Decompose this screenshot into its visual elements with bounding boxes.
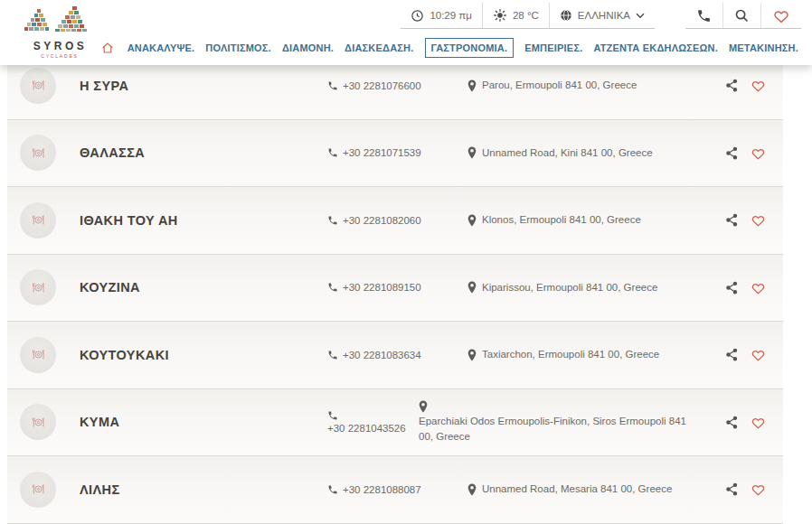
search-button[interactable] bbox=[722, 3, 760, 28]
restaurant-address[interactable]: Klonos, Ermoupoli 841 00, Greece bbox=[467, 212, 725, 228]
weather: 28 °C bbox=[482, 3, 549, 28]
share-button[interactable] bbox=[725, 482, 739, 496]
restaurant-cutlery-icon bbox=[32, 283, 45, 293]
nav-item-experiences[interactable]: ΕΜΠΕΙΡΙΕΣ. bbox=[524, 42, 582, 53]
row-actions bbox=[725, 79, 783, 92]
favorites-button[interactable] bbox=[760, 3, 801, 28]
share-icon bbox=[725, 213, 739, 227]
restaurant-avatar bbox=[20, 202, 56, 239]
restaurant-phone[interactable]: +30 2281083634 bbox=[327, 350, 467, 360]
nav-item-accommodation[interactable]: ΔΙΑΜΟΝΗ. bbox=[282, 42, 334, 53]
restaurant-row[interactable]: ΛΙΛΗΣ +30 2281088087 Unnamed Road, Mesar… bbox=[7, 456, 783, 524]
info-group: 10:29 πμ 28 °C ΕΛΛΗΝΙΚΑ bbox=[401, 3, 655, 29]
action-group bbox=[685, 3, 801, 29]
restaurant-name[interactable]: Η ΣΥΡΑ bbox=[56, 79, 327, 93]
location-pin-icon bbox=[467, 214, 477, 227]
restaurant-name[interactable]: ΛΙΛΗΣ bbox=[56, 482, 327, 497]
phone-number: +30 2281089150 bbox=[343, 282, 421, 293]
address-text: Parou, Ermoupoli 841 00, Greece bbox=[482, 78, 637, 93]
site-logo[interactable]: SYROS CYCLADES bbox=[16, 5, 101, 59]
share-button[interactable] bbox=[725, 79, 739, 92]
favorite-button[interactable] bbox=[751, 146, 766, 160]
restaurant-name[interactable]: ΙΘΑΚΗ ΤΟΥ ΑΗ bbox=[56, 213, 327, 228]
nav-item-culture[interactable]: ΠΟΛΙΤΙΣΜΟΣ. bbox=[205, 42, 271, 53]
nav-home[interactable] bbox=[101, 42, 114, 54]
restaurant-row[interactable]: ΚΥΜΑ +30 2281043526 Eparchiaki Odos Ermo… bbox=[7, 389, 783, 457]
restaurant-phone[interactable]: +30 2281082060 bbox=[327, 215, 467, 226]
main-nav: ΑΝΑΚΑΛΥΨΕ. ΠΟΛΙΤΙΣΜΟΣ. ΔΙΑΜΟΝΗ. ΔΙΑΣΚΕΔΑ… bbox=[101, 38, 798, 58]
restaurant-name[interactable]: ΚΟΥΖΙΝΑ bbox=[56, 280, 327, 295]
phone-icon bbox=[696, 8, 712, 23]
phone-contact-button[interactable] bbox=[685, 3, 722, 28]
clock-icon bbox=[411, 9, 424, 23]
heart-icon bbox=[751, 281, 766, 295]
restaurant-row[interactable]: ΙΘΑΚΗ ΤΟΥ ΑΗ +30 2281082060 Klonos, Ermo… bbox=[7, 187, 783, 255]
restaurant-cutlery-icon bbox=[32, 148, 45, 158]
phone-icon bbox=[327, 410, 338, 421]
restaurant-avatar bbox=[20, 269, 56, 305]
nav-item-entertainment[interactable]: ΔΙΑΣΚΕΔΑΣΗ. bbox=[345, 42, 413, 53]
share-button[interactable] bbox=[725, 146, 739, 160]
address-text: Eparchiaki Odos Ermoupolis-Finikon, Siro… bbox=[419, 414, 701, 444]
restaurant-address[interactable]: Unnamed Road, Kini 841 00, Greece bbox=[467, 145, 725, 161]
share-button[interactable] bbox=[725, 281, 739, 295]
phone-number: +30 2281076600 bbox=[343, 80, 421, 91]
logo-subtitle: CYCLADES bbox=[16, 53, 101, 59]
restaurant-phone[interactable]: +30 2281071539 bbox=[327, 147, 467, 158]
restaurant-cutlery-icon bbox=[32, 484, 45, 494]
favorite-button[interactable] bbox=[751, 348, 766, 361]
row-actions bbox=[725, 281, 783, 295]
phone-icon bbox=[327, 80, 338, 91]
heart-icon bbox=[772, 8, 790, 23]
heart-icon bbox=[751, 146, 766, 160]
share-icon bbox=[725, 281, 739, 295]
restaurant-row[interactable]: ΘΑΛΑΣΣΑ +30 2281071539 Unnamed Road, Kin… bbox=[7, 120, 783, 188]
restaurant-phone[interactable]: +30 2281043526 bbox=[327, 410, 419, 434]
address-text: Unnamed Road, Kini 841 00, Greece bbox=[482, 145, 653, 161]
restaurant-avatar bbox=[20, 472, 56, 508]
share-icon bbox=[725, 146, 739, 160]
favorite-button[interactable] bbox=[751, 79, 766, 92]
favorite-button[interactable] bbox=[751, 213, 766, 227]
nav-item-events-agenda[interactable]: ΑΤΖΕΝΤΑ ΕΚΔΗΛΩΣΕΩΝ. bbox=[593, 42, 718, 53]
favorite-button[interactable] bbox=[751, 281, 766, 295]
restaurant-phone[interactable]: +30 2281089150 bbox=[327, 282, 467, 293]
restaurant-row[interactable]: ΚΟΥΖΙΝΑ +30 2281089150 Kiparissou, Ermou… bbox=[7, 255, 783, 323]
address-text: Klonos, Ermoupoli 841 00, Greece bbox=[482, 212, 641, 228]
home-icon bbox=[101, 42, 114, 54]
restaurant-address[interactable]: Parou, Ermoupoli 841 00, Greece bbox=[467, 78, 725, 93]
share-button[interactable] bbox=[725, 213, 739, 227]
favorite-button[interactable] bbox=[751, 482, 766, 496]
restaurant-address[interactable]: Taxiarchon, Ermoupoli 841 00, Greece bbox=[467, 347, 725, 362]
restaurant-phone[interactable]: +30 2281088087 bbox=[327, 484, 467, 495]
restaurant-name[interactable]: ΚΟΥΤΟΥΚΑΚΙ bbox=[56, 348, 327, 362]
share-icon bbox=[725, 482, 739, 496]
phone-icon bbox=[327, 484, 338, 495]
restaurant-address[interactable]: Unnamed Road, Mesaria 841 00, Greece bbox=[467, 482, 725, 497]
globe-icon bbox=[560, 9, 572, 22]
language-selector[interactable]: ΕΛΛΗΝΙΚΑ bbox=[549, 3, 655, 28]
restaurant-address[interactable]: Kiparissou, Ermoupoli 841 00, Greece bbox=[467, 280, 725, 295]
address-text: Kiparissou, Ermoupoli 841 00, Greece bbox=[482, 280, 657, 295]
nav-item-gastronomy[interactable]: ΓΑΣΤΡΟΝΟΜΙΑ. bbox=[425, 38, 515, 58]
row-actions bbox=[725, 146, 783, 160]
phone-number: +30 2281082060 bbox=[343, 215, 421, 226]
restaurant-list: Η ΣΥΡΑ +30 2281076600 Parou, Ermoupoli 8… bbox=[7, 52, 783, 524]
location-pin-icon bbox=[467, 483, 477, 496]
phone-icon bbox=[327, 282, 338, 293]
favorite-button[interactable] bbox=[751, 416, 766, 429]
address-text: Unnamed Road, Mesaria 841 00, Greece bbox=[482, 482, 672, 497]
restaurant-avatar bbox=[20, 337, 56, 373]
restaurant-name[interactable]: ΘΑΛΑΣΣΑ bbox=[56, 145, 327, 160]
restaurant-row[interactable]: ΚΟΥΤΟΥΚΑΚΙ +30 2281083634 Taxiarchon, Er… bbox=[7, 322, 783, 389]
nav-item-discover[interactable]: ΑΝΑΚΑΛΥΨΕ. bbox=[127, 42, 195, 53]
restaurant-phone[interactable]: +30 2281076600 bbox=[327, 80, 467, 91]
logo-houses-illustration bbox=[24, 5, 93, 35]
nav-item-transport[interactable]: ΜΕΤΑΚΙΝΗΣΗ. bbox=[729, 42, 798, 53]
restaurant-name[interactable]: ΚΥΜΑ bbox=[56, 415, 327, 429]
share-button[interactable] bbox=[725, 348, 739, 361]
site-header: SYROS CYCLADES 10:29 πμ 28 °C bbox=[0, 0, 812, 65]
restaurant-cutlery-icon bbox=[32, 417, 45, 427]
restaurant-address[interactable]: Eparchiaki Odos Ermoupolis-Finikon, Siro… bbox=[419, 400, 725, 444]
share-button[interactable] bbox=[725, 416, 739, 429]
